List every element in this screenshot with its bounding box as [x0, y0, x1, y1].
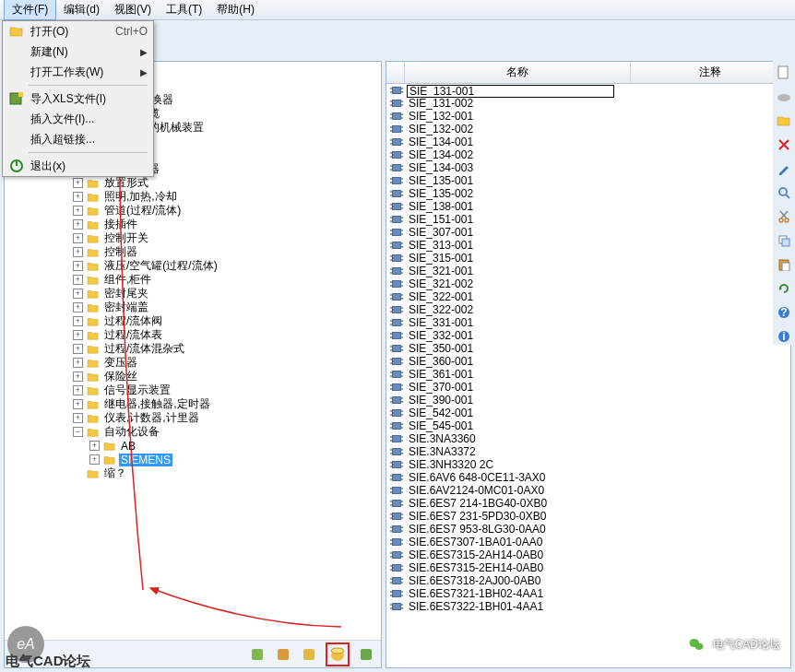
tree-toggle-icon[interactable]: +	[73, 413, 83, 423]
grid-row[interactable]: SIE.6ES7318-2AJ00-0AB0	[386, 574, 790, 587]
tree-toggle-icon[interactable]: +	[73, 289, 83, 299]
grid-row[interactable]: SIE.6AV6 648-0CE11-3AX0	[386, 471, 790, 484]
tree-item[interactable]: +密封端盖	[6, 301, 379, 314]
grid-row[interactable]: SIE_332-001	[386, 329, 790, 342]
tree-item[interactable]: +保险丝	[6, 370, 379, 383]
grid-header-comment[interactable]: 注释	[631, 62, 790, 83]
grid-row[interactable]: SIE.6ES7 231-5PD30-0XB0	[386, 510, 790, 523]
grid-row[interactable]: SIE_321-002	[386, 277, 790, 290]
tree-item[interactable]: +过程/流体混杂式	[6, 342, 379, 356]
tree-item-selected[interactable]: +SIEMENS	[6, 453, 379, 466]
tree-item[interactable]: +仪表,计数器,计里器	[6, 411, 379, 425]
tree-item[interactable]: +控制器	[6, 245, 379, 259]
tree-toggle-icon[interactable]: +	[73, 358, 83, 368]
grid-row[interactable]: SIE.3NA3360	[386, 432, 790, 445]
menu-exit[interactable]: 退出(x)	[3, 156, 153, 176]
toolbar-btn-3[interactable]	[300, 645, 318, 664]
tree-item[interactable]: +过程/流体阀	[6, 314, 379, 328]
tree-toggle-icon[interactable]: +	[73, 247, 83, 257]
tree-toggle-icon[interactable]: +	[73, 233, 83, 243]
side-help-icon[interactable]: ?	[776, 304, 792, 321]
grid-row[interactable]: SIE_322-002	[386, 303, 790, 316]
tree-item[interactable]: +接插件	[6, 218, 379, 231]
grid-row[interactable]: SIE_135-001	[386, 174, 790, 187]
tree-item[interactable]: +变压器	[6, 356, 379, 370]
grid-row[interactable]: SIE_313-001	[386, 239, 790, 252]
menu-insert-file[interactable]: 插入文件(I)...	[3, 109, 153, 129]
menu-open-worksheet[interactable]: 打开工作表(W) ▶	[3, 62, 153, 82]
grid-row[interactable]: SIE.6ES7322-1BH01-4AA1	[386, 600, 790, 613]
grid-row[interactable]: SIE.3NH3320 2C	[386, 458, 790, 471]
grid-row[interactable]: SIE.6ES7307-1BA01-0AA0	[386, 536, 790, 548]
tree-item[interactable]: +AB	[6, 439, 379, 453]
menu-view[interactable]: 视图(V)	[107, 0, 159, 19]
tree-toggle-icon[interactable]: +	[73, 219, 83, 230]
tree-toggle-icon[interactable]: +	[73, 371, 83, 382]
menu-open[interactable]: 打开(O) Ctrl+O	[3, 21, 153, 41]
grid-row[interactable]: SIE_134-002	[386, 148, 790, 161]
tree-toggle-icon[interactable]: +	[73, 275, 83, 285]
side-cut-icon[interactable]	[776, 208, 792, 225]
toolbar-btn-1[interactable]	[248, 645, 267, 664]
grid-row[interactable]: SIE_307-001	[386, 226, 790, 239]
side-copy-icon[interactable]	[776, 232, 792, 249]
tree-toggle-icon[interactable]: +	[73, 385, 83, 395]
side-info-icon[interactable]: i	[776, 328, 792, 345]
grid-row[interactable]: SIE_138-001	[386, 200, 790, 213]
tree-item[interactable]: +照明,加热,冷却	[6, 190, 379, 204]
grid-row[interactable]: SIE_322-001	[386, 290, 790, 303]
tree-item[interactable]: −自动化设备	[6, 425, 379, 439]
tree-item[interactable]: +过程/流体表	[6, 328, 379, 342]
grid-row[interactable]: SIE_135-002	[386, 187, 790, 200]
side-search-icon[interactable]	[776, 184, 792, 201]
grid-row[interactable]: SIE_131-001	[386, 84, 790, 97]
toolbar-btn-2[interactable]	[274, 645, 292, 664]
grid-row[interactable]: SIE_360-001	[386, 355, 790, 368]
tree-toggle-icon[interactable]: +	[73, 316, 83, 326]
grid-row[interactable]: SIE_545-001	[386, 419, 790, 432]
side-refresh-icon[interactable]	[776, 280, 792, 297]
tree-toggle-icon[interactable]: +	[73, 344, 83, 354]
menu-file[interactable]: 文件(F)	[4, 0, 56, 20]
menu-edit[interactable]: 编辑(d)	[56, 0, 107, 19]
tree-item[interactable]: +管道(过程/流体)	[6, 204, 379, 218]
side-folder-icon[interactable]	[776, 112, 792, 129]
grid-row[interactable]: SIE.6ES7315-2AH14-0AB0	[386, 548, 790, 561]
menu-insert-hyperlink[interactable]: 插入超链接...	[3, 129, 153, 149]
tree-toggle-icon[interactable]: +	[73, 261, 83, 271]
grid-row[interactable]: SIE_132-002	[386, 123, 790, 136]
tree-item[interactable]: +密封尾夹	[6, 287, 379, 301]
tree-item[interactable]: +组件,柜件	[6, 273, 379, 287]
toolbar-btn-highlighted[interactable]	[326, 643, 350, 666]
menu-new[interactable]: 新建(N) ▶	[3, 41, 153, 62]
tree-toggle-icon[interactable]: +	[73, 399, 83, 409]
menu-tools[interactable]: 工具(T)	[159, 0, 209, 19]
grid-row[interactable]: SIE_134-003	[386, 161, 790, 174]
tree-toggle-icon[interactable]: +	[73, 330, 83, 340]
grid-row[interactable]: SIE_361-001	[386, 368, 790, 381]
grid-row[interactable]: SIE_542-001	[386, 407, 790, 419]
side-new-icon[interactable]	[776, 65, 792, 81]
grid-row[interactable]: SIE.6ES7315-2EH14-0AB0	[386, 561, 790, 574]
tree-toggle-icon[interactable]: +	[73, 206, 83, 216]
grid-row[interactable]: SIE.6ES7 953-8LG30-0AA0	[386, 523, 790, 536]
tree-item[interactable]: +信号显示装置	[6, 383, 379, 397]
grid-row[interactable]: SIE_315-001	[386, 252, 790, 265]
tree-item[interactable]: 缩？	[6, 466, 379, 480]
grid-row[interactable]: SIE.6AV2124-0MC01-0AX0	[386, 484, 790, 497]
tree-toggle-icon[interactable]: +	[73, 178, 83, 188]
grid-row[interactable]: SIE_134-001	[386, 136, 790, 148]
side-delete-icon[interactable]	[776, 136, 792, 153]
grid-row[interactable]: SIE_350-001	[386, 342, 790, 355]
grid-row[interactable]: SIE_390-001	[386, 394, 790, 407]
grid-row[interactable]: SIE_370-001	[386, 381, 790, 394]
grid-row[interactable]: SIE.3NA3372	[386, 445, 790, 458]
grid-header-name[interactable]: 名称	[405, 62, 631, 83]
tree-item[interactable]: +继电器,接触器,定时器	[6, 397, 379, 411]
menu-import-xls[interactable]: 导入XLS文件(I)	[3, 88, 153, 109]
tree-item[interactable]: +液压/空气罐(过程/流体)	[6, 259, 379, 273]
side-cloud-icon[interactable]	[776, 88, 792, 105]
tree-item[interactable]: +放置形式	[6, 176, 379, 190]
side-paste-icon[interactable]	[776, 256, 792, 273]
tree-toggle-icon[interactable]: +	[89, 441, 100, 451]
